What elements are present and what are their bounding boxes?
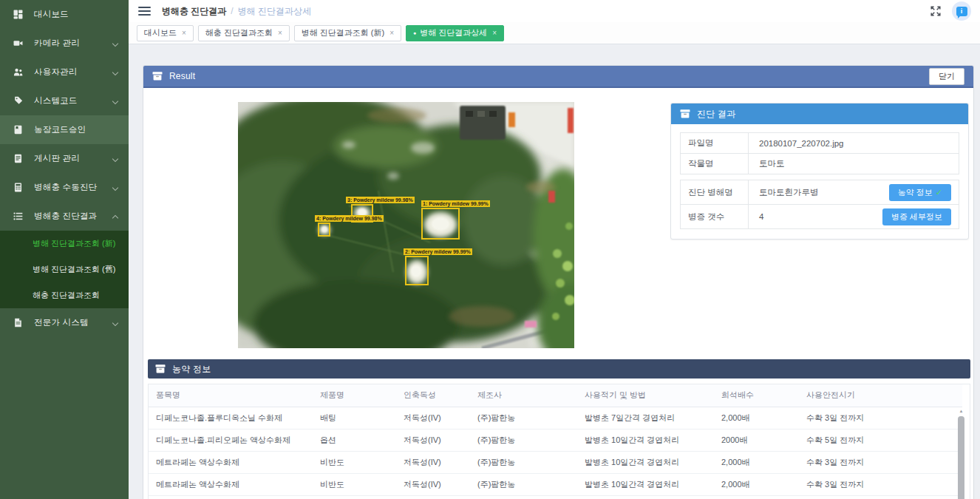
pesticide-info-section: 농약 정보 품목명제품명인축독성제조사사용적기 및 방법희석배수사용안전시기 디… xyxy=(148,359,970,499)
sidebar-item-label: 대시보드 xyxy=(34,9,69,20)
table-cell: (주)팜한농 xyxy=(470,473,577,495)
list-icon xyxy=(13,211,25,221)
table-cell: 배팅 xyxy=(313,407,396,429)
tab-close-icon[interactable]: × xyxy=(182,29,186,37)
camera-icon xyxy=(13,38,25,48)
breadcrumb-page: 병해 진단결과상세 xyxy=(238,5,311,18)
symptom-count-label: 병증 갯수 xyxy=(681,205,749,229)
detection-box xyxy=(405,256,429,285)
sidebar-item-dashboard[interactable]: 대시보드 xyxy=(0,0,129,29)
close-button[interactable]: 닫기 xyxy=(929,68,964,85)
pesticide-table-body: 디페노코나졸.플루디옥소닐 수화제배팅저독성(IV)(주)팜한농발병초 7일간격… xyxy=(149,407,962,499)
table-cell: 옵션 xyxy=(313,429,396,451)
table-cell: 저독성(IV) xyxy=(396,473,470,495)
table-cell: 2,000배 xyxy=(714,451,799,473)
tab-close-icon[interactable]: × xyxy=(389,29,394,37)
dashboard-icon xyxy=(13,10,25,19)
table-cell: 2,000배 xyxy=(714,407,799,429)
scrollbar-up-arrow[interactable]: ▲ xyxy=(958,407,964,415)
table-cell: 아이소피라잠 유제 xyxy=(149,495,313,499)
table-cell: 수확 3일 전까지 xyxy=(799,451,962,473)
detection-label: 2: Powdery mildew 99.99% xyxy=(404,248,472,255)
sidebar-item-label: 사용자관리 xyxy=(34,67,78,78)
table-cell: 비반도 xyxy=(313,473,396,495)
table-cell: 수확 3일 전까지 xyxy=(799,407,962,429)
sidebar-item-code[interactable]: 시스템코드 xyxy=(0,86,129,115)
symptom-detail-button[interactable]: 병증 세부정보 xyxy=(882,208,951,225)
table-row: 메트라페논 액상수화제비반도저독성(IV)(주)팜한농발병초 10일간격 경엽처… xyxy=(149,473,962,495)
tab-inactive[interactable]: 해충 진단결과조회× xyxy=(198,25,290,41)
tab-inactive[interactable]: 대시보드× xyxy=(137,25,194,41)
sidebar-submenu: 병해 진단결과조회 (新)병해 진단결과조회 (舊)해충 진단결과조회 xyxy=(0,231,129,308)
chevron-down-icon xyxy=(112,41,118,47)
sidebar-item-label: 시스템코드 xyxy=(34,95,78,106)
table-cell: 발병초 10일간격 경엽처리 xyxy=(577,451,714,473)
tab-inactive[interactable]: 병해 진단결과조회 (新)× xyxy=(294,25,401,41)
result-panel-title: Result xyxy=(169,71,195,81)
diagnosis-result-card: 진단 결과 파일명 20180107_220702.jpg 작물명 토마 xyxy=(670,103,969,240)
sidebar: 대시보드카메라 관리사용자관리시스템코드농장코드승인게시판 관리병해충 수동진단… xyxy=(0,0,129,499)
content-area: Result 닫기 xyxy=(129,44,980,499)
sidebar-item-list[interactable]: 병해충 진단결과 xyxy=(0,202,129,231)
tab-close-icon[interactable]: × xyxy=(278,29,282,37)
tab-label: 대시보드 xyxy=(144,27,177,38)
table-scrollbar[interactable]: ▲ xyxy=(958,407,964,499)
sidebar-subitem[interactable]: 병해 진단결과조회 (舊) xyxy=(0,257,129,282)
table-row: 진단 병해명 토마토흰가루병 농약 정보✓ xyxy=(681,180,959,205)
table-cell: 새나리 xyxy=(313,495,396,499)
table-row: 메트라페논 액상수화제비반도저독성(IV)(주)팜한농발병초 10일간격 경엽처… xyxy=(149,451,962,473)
tab-close-icon[interactable]: × xyxy=(492,29,497,37)
disease-value: 토마토흰가루병 xyxy=(759,187,889,198)
column-header: 희석배수 xyxy=(714,384,799,407)
column-header: 사용적기 및 방법 xyxy=(577,384,714,407)
sidebar-item-label: 농장코드승인 xyxy=(34,124,86,135)
table-cell: 발병초 10일간격 경엽처리 xyxy=(577,473,714,495)
pesticide-table-head: 품목명제품명인축독성제조사사용적기 및 방법희석배수사용안전시기 xyxy=(149,384,962,407)
chevron-down-icon xyxy=(112,69,118,75)
breadcrumb-separator: / xyxy=(231,6,233,16)
crop-label: 작물명 xyxy=(681,154,749,174)
sidebar-item-farm[interactable]: 농장코드승인 xyxy=(0,115,129,144)
tab-label: 해충 진단결과조회 xyxy=(205,27,273,38)
fullscreen-icon[interactable] xyxy=(930,5,942,17)
table-row: 병증 갯수 4 병증 세부정보 xyxy=(681,205,959,229)
table-row: 디페노코나졸.플루디옥소닐 수화제배팅저독성(IV)(주)팜한농발병초 7일간격… xyxy=(149,407,962,429)
sidebar-subitem-active[interactable]: 병해 진단결과조회 (新) xyxy=(0,231,129,257)
sidebar-item-users[interactable]: 사용자관리 xyxy=(0,58,129,86)
table-cell: (주)팜한농 xyxy=(470,429,577,451)
table-row: 아이소피라잠 유제새나리보통독성(III)신젠타코리아(주)발병초 10일간격 … xyxy=(149,495,962,499)
main-area: 병해충 진단결과 / 병해 진단결과상세 i 대시보드× xyxy=(129,0,980,499)
table-cell: 비반도 xyxy=(313,451,396,473)
sidebar-item-manual[interactable]: 병해충 수동진단 xyxy=(0,173,129,202)
chevron-up-icon xyxy=(112,215,118,221)
chat-info-button[interactable]: i xyxy=(952,1,971,21)
filename-label: 파일명 xyxy=(681,133,749,154)
sidebar-item-label: 카메라 관리 xyxy=(34,38,80,49)
menu-toggle-icon[interactable] xyxy=(138,7,151,16)
sidebar-item-label: 게시판 관리 xyxy=(34,153,80,164)
column-header: 사용안전시기 xyxy=(799,384,962,407)
diagnosis-image: 1: Powdery mildew 99.99%2: Powdery milde… xyxy=(238,102,574,348)
scrollbar-thumb[interactable] xyxy=(958,416,964,499)
tab-active[interactable]: ●병해 진단결과상세× xyxy=(406,25,504,41)
expert-icon xyxy=(13,318,25,327)
table-cell: 수확 3일 전까지 xyxy=(799,495,962,499)
sidebar-subitem[interactable]: 해충 진단결과조회 xyxy=(0,282,129,308)
pesticide-info-button[interactable]: 농약 정보✓ xyxy=(889,184,951,201)
manual-icon xyxy=(13,183,25,192)
table-row: 디페노코나졸.피리오페논 액상수화제옵션저독성(IV)(주)팜한농발병초 10일… xyxy=(149,429,962,451)
table-cell: 발병초 10일간격 경엽처리 xyxy=(577,429,714,451)
sidebar-item-expert[interactable]: 전문가 시스템 xyxy=(0,308,129,337)
topbar: 병해충 진단결과 / 병해 진단결과상세 i xyxy=(129,0,980,22)
table-cell: 저독성(IV) xyxy=(396,407,470,429)
sidebar-item-camera[interactable]: 카메라 관리 xyxy=(0,29,129,58)
crop-value: 토마토 xyxy=(749,154,959,174)
chevron-down-icon xyxy=(112,156,118,162)
sidebar-item-board[interactable]: 게시판 관리 xyxy=(0,144,129,173)
table-row: 파일명 20180107_220702.jpg xyxy=(681,133,959,154)
users-icon xyxy=(13,67,25,77)
result-panel: Result 닫기 xyxy=(143,65,974,499)
diagnosis-card-header: 진단 결과 xyxy=(671,103,968,124)
table-cell: 2,000배 xyxy=(714,473,799,495)
diagnosis-card-body: 파일명 20180107_220702.jpg 작물명 토마토 xyxy=(671,124,968,239)
